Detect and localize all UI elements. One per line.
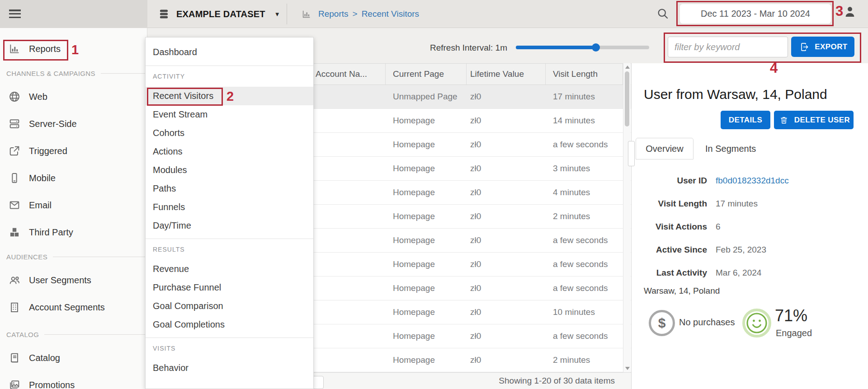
- cell-current-page: Unmapped Page: [386, 92, 467, 102]
- column-header-current-page[interactable]: Current Page: [386, 64, 467, 84]
- menu-item[interactable]: Purchase Funnel: [146, 278, 313, 297]
- user-title: User from Warsaw, 14, Poland: [644, 87, 827, 102]
- refresh-interval-label: Refresh Interval: 1m: [420, 43, 507, 53]
- sidebar-item[interactable]: Account Segments: [0, 294, 147, 321]
- table-body: Unmapped Page zł0 17 minutes Homepage zł…: [289, 85, 631, 372]
- user-field-row: Active Since Feb 25, 2023: [636, 238, 862, 261]
- delete-user-button[interactable]: DELETE USER: [774, 111, 854, 129]
- column-header-visit-length[interactable]: Visit Length: [546, 64, 623, 84]
- export-button-label: EXPORT: [815, 42, 847, 52]
- engagement-label: Engaged: [776, 328, 812, 338]
- user-field-row: User ID fb0d0182332d1dcc: [636, 169, 862, 192]
- sidebar-item-icon: [8, 274, 21, 286]
- tab-overview[interactable]: Overview: [636, 138, 693, 159]
- cell-current-page: Homepage: [386, 259, 467, 269]
- filter-keyword-input[interactable]: [668, 37, 788, 57]
- menu-item[interactable]: Modules: [146, 161, 313, 179]
- sidebar-item-label: Promotions: [29, 380, 75, 389]
- menu-item[interactable]: Goal Completions: [146, 315, 313, 334]
- cell-current-page: Homepage: [386, 283, 467, 293]
- column-header-lifetime-value[interactable]: Lifetime Value: [467, 64, 546, 84]
- menu-section-results: RESULTS: [146, 243, 313, 256]
- breadcrumb-page[interactable]: Recent Visitors: [362, 9, 419, 19]
- table-row[interactable]: Homepage zł0 a few seconds: [289, 253, 631, 277]
- table-scrollbar[interactable]: [623, 63, 631, 372]
- scroll-up-arrow-icon[interactable]: [625, 66, 630, 69]
- cell-lifetime-value: zł0: [467, 211, 546, 221]
- menu-item[interactable]: Cohorts: [146, 124, 313, 142]
- scrollbar-thumb[interactable]: [625, 71, 629, 127]
- top-bar-left-strip: [0, 0, 147, 28]
- user-field-row: Visit Actions 6: [636, 215, 862, 238]
- annotation-label-3: 3: [835, 3, 843, 19]
- slider-thumb[interactable]: [592, 43, 600, 52]
- sidebar-item[interactable]: Third Party: [0, 219, 147, 246]
- table-row[interactable]: Homepage zł0 4 minutes: [289, 181, 631, 205]
- menu-item[interactable]: Goal Comparison: [146, 297, 313, 315]
- sidebar-item-icon: [8, 379, 21, 389]
- menu-item-dashboard[interactable]: Dashboard: [146, 42, 313, 62]
- menu-item[interactable]: Event Stream: [146, 105, 313, 124]
- cell-visit-length: a few seconds: [546, 283, 623, 293]
- details-button[interactable]: DETAILS: [721, 111, 770, 129]
- scroll-down-arrow-icon[interactable]: [625, 367, 630, 370]
- hamburger-menu-icon[interactable]: [9, 9, 21, 19]
- table-row[interactable]: Homepage zł0 10 minutes: [289, 300, 631, 324]
- sidebar-item-label: Web: [29, 92, 47, 102]
- cell-lifetime-value: zł0: [467, 164, 546, 173]
- cell-visit-length: 17 minutes: [546, 92, 623, 102]
- chevron-down-icon: ▼: [274, 11, 280, 18]
- table-row[interactable]: Homepage zł0 a few seconds: [289, 324, 631, 348]
- table-row[interactable]: Homepage zł0 14 minutes: [289, 109, 631, 133]
- panel-collapse-handle[interactable]: [628, 141, 635, 166]
- sidebar-section-audiences: AUDIENCES User Segments Account Segments: [0, 251, 147, 321]
- menu-item[interactable]: Paths: [146, 179, 313, 198]
- field-label: Last Activity: [636, 268, 707, 278]
- sidebar-item-label: Triggered: [29, 146, 67, 156]
- sidebar-item[interactable]: Server-Side: [0, 110, 147, 137]
- table-row[interactable]: Homepage zł0 2 minutes: [289, 205, 631, 229]
- user-fields: User ID fb0d0182332d1dcc Visit Length 17…: [636, 169, 862, 284]
- cell-current-page: Homepage: [386, 235, 467, 245]
- menu-item[interactable]: Revenue: [146, 260, 313, 278]
- sidebar-item[interactable]: User Segments: [0, 267, 147, 294]
- table-row[interactable]: Homepage zł0 2 minutes: [289, 348, 631, 372]
- table-row[interactable]: Homepage zł0 3 minutes: [289, 157, 631, 181]
- trash-icon: [778, 114, 790, 127]
- tab-in-segments[interactable]: In Segments: [705, 138, 756, 159]
- cell-visit-length: 3 minutes: [546, 164, 623, 173]
- sidebar-item[interactable]: Email: [0, 192, 147, 219]
- refresh-interval-slider[interactable]: [516, 46, 649, 49]
- export-button[interactable]: EXPORT: [791, 37, 854, 57]
- cell-current-page: Homepage: [386, 187, 467, 197]
- reports-label: Reports: [29, 44, 61, 54]
- sidebar-item[interactable]: Catalog: [0, 344, 147, 371]
- breadcrumb-section[interactable]: Reports: [318, 9, 349, 19]
- sidebar-item[interactable]: Web: [0, 83, 147, 110]
- menu-item[interactable]: Funnels: [146, 198, 313, 216]
- user-profile-icon[interactable]: [844, 5, 856, 18]
- sidebar-item[interactable]: Triggered: [0, 137, 147, 164]
- cell-visit-length: 14 minutes: [546, 116, 623, 126]
- table-row[interactable]: Homepage zł0 a few seconds: [289, 133, 631, 157]
- dataset-selector[interactable]: EXAMPLE DATASET ▼: [157, 0, 280, 28]
- search-icon[interactable]: [656, 7, 669, 20]
- menu-item[interactable]: Behavior: [146, 359, 313, 377]
- export-icon: [798, 41, 811, 53]
- table-row[interactable]: Homepage zł0 a few seconds: [289, 277, 631, 300]
- cell-current-page: Homepage: [386, 307, 467, 317]
- user-field-row: Last Activity Mar 6, 2024: [636, 261, 862, 284]
- smiley-icon: [742, 309, 771, 337]
- menu-item[interactable]: Day/Time: [146, 216, 313, 235]
- sidebar-section-channels: CHANNELS & CAMPAIGNS Web Server-Side: [0, 68, 147, 246]
- menu-item[interactable]: Actions: [146, 142, 313, 161]
- cell-current-page: Homepage: [386, 211, 467, 221]
- table-row[interactable]: Unmapped Page zł0 17 minutes: [289, 85, 631, 109]
- sidebar-item[interactable]: Mobile: [0, 164, 147, 192]
- menu-divider: [146, 66, 313, 66]
- cell-visit-length: a few seconds: [546, 331, 623, 341]
- date-range-input[interactable]: Dec 11 2023 - Mar 10 2024: [680, 4, 831, 23]
- cell-current-page: Homepage: [386, 331, 467, 341]
- sidebar-item[interactable]: Promotions: [0, 371, 147, 389]
- table-row[interactable]: Homepage zł0 a few seconds: [289, 229, 631, 253]
